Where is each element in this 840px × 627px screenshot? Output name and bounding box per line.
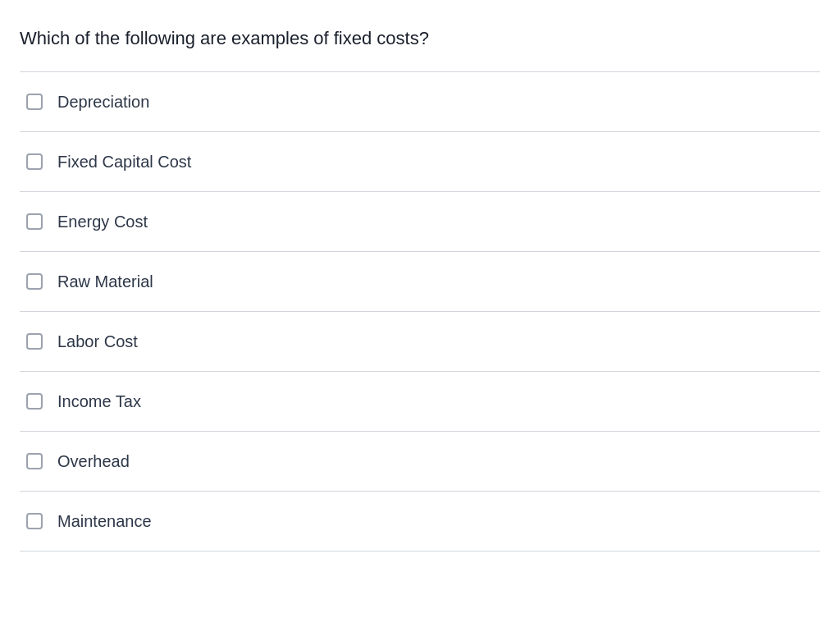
- option-label-energy-cost[interactable]: Energy Cost: [57, 210, 148, 233]
- option-item-labor-cost[interactable]: Labor Cost: [20, 312, 820, 372]
- checkbox-wrapper-energy-cost: [26, 213, 43, 230]
- options-list: DepreciationFixed Capital CostEnergy Cos…: [20, 71, 820, 551]
- option-label-income-tax[interactable]: Income Tax: [57, 390, 141, 413]
- option-item-raw-material[interactable]: Raw Material: [20, 252, 820, 312]
- checkbox-depreciation[interactable]: [26, 94, 43, 110]
- option-item-fixed-capital-cost[interactable]: Fixed Capital Cost: [20, 132, 820, 192]
- checkbox-labor-cost[interactable]: [26, 333, 43, 350]
- option-item-maintenance[interactable]: Maintenance: [20, 492, 820, 551]
- option-label-raw-material[interactable]: Raw Material: [57, 270, 153, 293]
- option-label-fixed-capital-cost[interactable]: Fixed Capital Cost: [57, 150, 191, 173]
- checkbox-energy-cost[interactable]: [26, 213, 43, 230]
- checkbox-wrapper-depreciation: [26, 94, 43, 110]
- checkbox-fixed-capital-cost[interactable]: [26, 153, 43, 170]
- option-label-labor-cost[interactable]: Labor Cost: [57, 330, 138, 353]
- checkbox-income-tax[interactable]: [26, 393, 43, 410]
- checkbox-wrapper-maintenance: [26, 513, 43, 529]
- option-label-depreciation[interactable]: Depreciation: [57, 90, 149, 113]
- checkbox-wrapper-fixed-capital-cost: [26, 153, 43, 170]
- option-label-maintenance[interactable]: Maintenance: [57, 510, 152, 533]
- option-item-depreciation[interactable]: Depreciation: [20, 72, 820, 132]
- checkbox-wrapper-labor-cost: [26, 333, 43, 350]
- checkbox-wrapper-income-tax: [26, 393, 43, 410]
- checkbox-maintenance[interactable]: [26, 513, 43, 529]
- option-item-income-tax[interactable]: Income Tax: [20, 372, 820, 432]
- question-title: Which of the following are examples of f…: [20, 26, 820, 52]
- checkbox-overhead[interactable]: [26, 453, 43, 469]
- checkbox-wrapper-raw-material: [26, 273, 43, 290]
- option-item-overhead[interactable]: Overhead: [20, 432, 820, 492]
- option-item-energy-cost[interactable]: Energy Cost: [20, 192, 820, 252]
- checkbox-raw-material[interactable]: [26, 273, 43, 290]
- checkbox-wrapper-overhead: [26, 453, 43, 469]
- option-label-overhead[interactable]: Overhead: [57, 450, 130, 473]
